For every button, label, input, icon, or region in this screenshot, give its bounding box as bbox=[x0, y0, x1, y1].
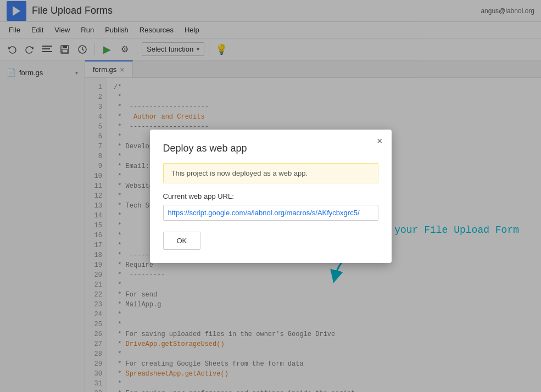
modal-ok-button[interactable]: OK bbox=[163, 232, 201, 250]
modal-dialog: × Deploy as web app This project is now … bbox=[150, 130, 392, 263]
modal-overlay[interactable]: × Deploy as web app This project is now … bbox=[0, 0, 541, 392]
modal-notification: This project is now deployed as a web ap… bbox=[163, 163, 378, 183]
modal-url-label: Current web app URL: bbox=[163, 192, 378, 200]
modal-title: Deploy as web app bbox=[163, 143, 378, 154]
modal-close-button[interactable]: × bbox=[377, 136, 383, 146]
modal-url-input[interactable] bbox=[163, 205, 378, 221]
